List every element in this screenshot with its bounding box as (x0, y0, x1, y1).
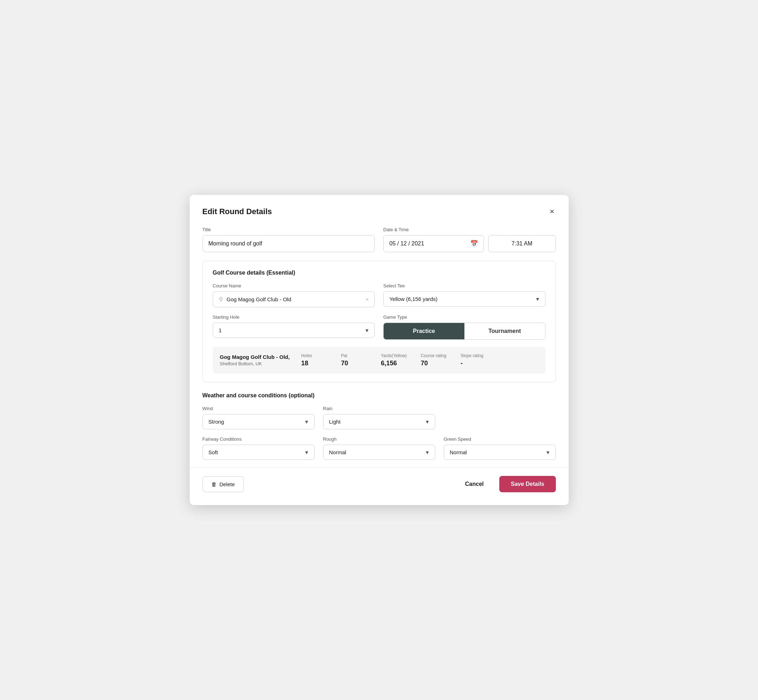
course-info-box: Gog Magog Golf Club - Old, Shelford Bott… (213, 347, 545, 373)
fairway-dropdown[interactable]: Soft ▼ (202, 445, 315, 460)
wind-rain-row: Wind Strong ▼ Rain Light ▼ (202, 406, 556, 429)
yards-value: 6,156 (381, 359, 397, 367)
rain-group: Rain Light ▼ (323, 406, 435, 429)
rain-dropdown[interactable]: Light ▼ (323, 414, 435, 429)
course-stat-course-rating: Course rating 70 (421, 353, 449, 367)
chevron-down-icon: ▼ (545, 450, 551, 455)
footer-divider (190, 467, 568, 467)
yards-label: Yards(Yellow) (381, 353, 407, 358)
wind-label: Wind (202, 406, 315, 411)
slope-rating-label: Slope rating (460, 353, 483, 358)
course-info-name: Gog Magog Golf Club - Old, (220, 354, 290, 360)
course-name-label: Course Name (213, 283, 375, 289)
rain-value: Light (329, 419, 341, 425)
course-stat-holes: Holes 18 (301, 353, 329, 367)
starting-hole-label: Starting Hole (213, 314, 375, 320)
select-tee-value: Yellow (6,156 yards) (389, 296, 437, 302)
game-type-group: Game Type Practice Tournament (383, 314, 545, 340)
rain-label: Rain (323, 406, 435, 411)
chevron-down-icon: ▼ (304, 419, 309, 425)
datetime-inputs: 05 / 12 / 2021 📅 7:31 AM (383, 235, 556, 252)
rough-value: Normal (329, 449, 346, 455)
rough-label: Rough (323, 436, 435, 442)
starting-hole-dropdown[interactable]: 1 ▼ (213, 323, 375, 338)
title-input[interactable] (202, 235, 375, 252)
holes-label: Holes (301, 353, 312, 358)
course-rating-value: 70 (421, 359, 428, 367)
wind-value: Strong (208, 419, 224, 425)
rough-dropdown[interactable]: Normal ▼ (323, 445, 435, 460)
modal-title: Edit Round Details (202, 207, 272, 216)
golf-course-section: Golf Course details (Essential) Course N… (202, 261, 556, 382)
tournament-toggle-btn[interactable]: Tournament (464, 323, 545, 339)
footer-row: 🗑 Delete Cancel Save Details (202, 476, 556, 492)
practice-toggle-btn[interactable]: Practice (384, 323, 464, 339)
course-info-location: Shelford Bottom, UK (220, 361, 290, 366)
title-field-group: Title (202, 227, 375, 252)
course-rating-label: Course rating (421, 353, 446, 358)
slope-rating-value: - (460, 359, 463, 367)
starting-hole-group: Starting Hole 1 ▼ (213, 314, 375, 340)
course-tee-row: Course Name ⚲ Gog Magog Golf Club - Old … (213, 283, 545, 307)
green-speed-label: Green Speed (444, 436, 556, 442)
select-tee-dropdown[interactable]: Yellow (6,156 yards) ▼ (383, 291, 545, 306)
wind-group: Wind Strong ▼ (202, 406, 315, 429)
weather-section: Weather and course conditions (optional)… (202, 392, 556, 460)
rough-group: Rough Normal ▼ (323, 436, 435, 460)
edit-round-modal: Edit Round Details × Title Date & Time 0… (190, 195, 568, 505)
date-input[interactable]: 05 / 12 / 2021 📅 (383, 235, 484, 252)
course-stat-slope-rating: Slope rating - (460, 353, 489, 367)
select-tee-group: Select Tee Yellow (6,156 yards) ▼ (383, 283, 545, 307)
calendar-icon: 📅 (470, 240, 478, 248)
chevron-down-icon: ▼ (425, 419, 430, 425)
game-type-toggle: Practice Tournament (383, 323, 545, 340)
chevron-down-icon: ▼ (425, 450, 430, 455)
wind-dropdown[interactable]: Strong ▼ (202, 414, 315, 429)
time-value: 7:31 AM (511, 241, 532, 247)
fairway-rough-green-row: Fairway Conditions Soft ▼ Rough Normal ▼… (202, 436, 556, 460)
save-button[interactable]: Save Details (499, 476, 556, 492)
delete-label: Delete (219, 481, 235, 487)
chevron-down-icon: ▼ (535, 296, 540, 302)
game-type-label: Game Type (383, 314, 545, 320)
datetime-field-group: Date & Time 05 / 12 / 2021 📅 7:31 AM (383, 227, 556, 252)
golf-course-section-title: Golf Course details (Essential) (213, 270, 545, 276)
date-value: 05 / 12 / 2021 (389, 241, 424, 247)
green-speed-group: Green Speed Normal ▼ (444, 436, 556, 460)
course-stat-par: Par 70 (341, 353, 370, 367)
course-name-input[interactable]: ⚲ Gog Magog Golf Club - Old × (213, 291, 375, 307)
green-speed-dropdown[interactable]: Normal ▼ (444, 445, 556, 460)
par-value: 70 (341, 359, 348, 367)
green-speed-value: Normal (450, 449, 467, 455)
time-input[interactable]: 7:31 AM (488, 235, 556, 252)
datetime-label: Date & Time (383, 227, 556, 232)
search-icon: ⚲ (219, 296, 223, 303)
weather-section-title: Weather and course conditions (optional) (202, 392, 556, 399)
fairway-label: Fairway Conditions (202, 436, 315, 442)
title-label: Title (202, 227, 375, 232)
course-name-group: Course Name ⚲ Gog Magog Golf Club - Old … (213, 283, 375, 307)
chevron-down-icon: ▼ (304, 450, 309, 455)
cancel-button[interactable]: Cancel (459, 476, 489, 492)
holes-value: 18 (301, 359, 308, 367)
select-tee-label: Select Tee (383, 283, 545, 289)
course-stat-yards: Yards(Yellow) 6,156 (381, 353, 409, 367)
fairway-group: Fairway Conditions Soft ▼ (202, 436, 315, 460)
hole-gametype-row: Starting Hole 1 ▼ Game Type Practice Tou… (213, 314, 545, 340)
title-datetime-row: Title Date & Time 05 / 12 / 2021 📅 7:31 … (202, 227, 556, 252)
chevron-down-icon: ▼ (365, 328, 370, 333)
course-info-name-location: Gog Magog Golf Club - Old, Shelford Bott… (220, 354, 290, 366)
fairway-value: Soft (208, 449, 218, 455)
delete-button[interactable]: 🗑 Delete (202, 476, 244, 492)
modal-header: Edit Round Details × (202, 206, 556, 217)
course-name-value: Gog Magog Golf Club - Old (227, 296, 291, 302)
footer-right: Cancel Save Details (459, 476, 556, 492)
close-button[interactable]: × (548, 206, 556, 217)
trash-icon: 🗑 (211, 481, 217, 487)
clear-course-icon[interactable]: × (366, 297, 369, 302)
starting-hole-value: 1 (219, 327, 222, 333)
par-label: Par (341, 353, 348, 358)
